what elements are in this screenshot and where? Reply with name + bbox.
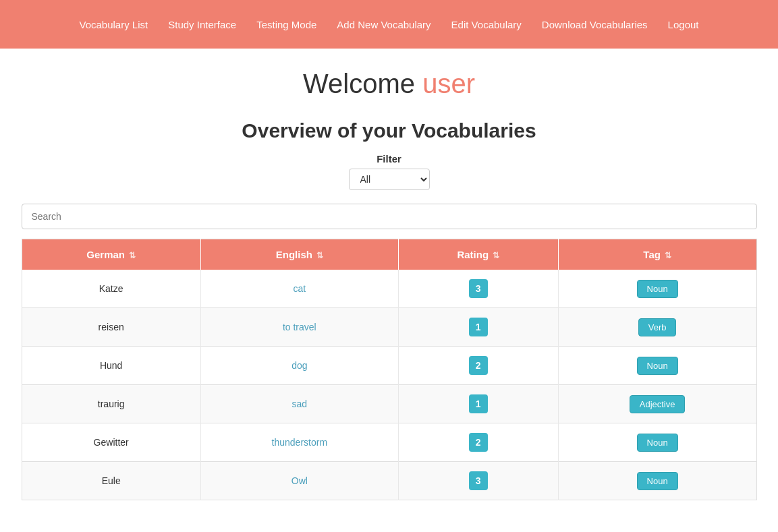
tag-badge[interactable]: Noun xyxy=(637,357,678,375)
table-row: EuleOwl3Noun xyxy=(22,462,756,500)
rating-badge: 2 xyxy=(469,433,488,452)
main-content: Welcome user Overview of your Vocabulari… xyxy=(8,49,771,527)
col-header-tag[interactable]: Tag⇅ xyxy=(558,239,756,270)
cell-tag: Verb xyxy=(558,308,756,347)
cell-german: reisen xyxy=(22,308,200,347)
sort-icon: ⇅ xyxy=(493,251,499,260)
table-body: Katzecat3Nounreisento travel1VerbHunddog… xyxy=(22,270,756,500)
cell-german: Katze xyxy=(22,270,200,308)
main-nav: Vocabulary ListStudy InterfaceTesting Mo… xyxy=(0,0,778,49)
vocabulary-table: German⇅English⇅Rating⇅Tag⇅ Katzecat3Noun… xyxy=(22,239,757,500)
cell-english: dog xyxy=(200,347,398,385)
nav-link-download-vocabularies[interactable]: Download Vocabularies xyxy=(542,19,648,30)
welcome-username: user xyxy=(422,69,475,98)
table-row: Katzecat3Noun xyxy=(22,270,756,308)
cell-german: Hund xyxy=(22,347,200,385)
col-header-german[interactable]: German⇅ xyxy=(22,239,200,270)
search-input[interactable] xyxy=(22,204,757,229)
rating-badge: 1 xyxy=(469,394,488,413)
cell-german: traurig xyxy=(22,385,200,423)
table-header: German⇅English⇅Rating⇅Tag⇅ xyxy=(22,239,756,270)
cell-rating: 2 xyxy=(398,423,558,462)
rating-badge: 2 xyxy=(469,356,488,375)
rating-badge: 3 xyxy=(469,279,488,298)
cell-english: Owl xyxy=(200,462,398,500)
cell-english: cat xyxy=(200,270,398,308)
tag-badge[interactable]: Verb xyxy=(638,318,677,336)
table-row: Gewitterthunderstorm2Noun xyxy=(22,423,756,462)
nav-link-vocabulary-list[interactable]: Vocabulary List xyxy=(79,19,148,30)
cell-tag: Noun xyxy=(558,270,756,308)
filter-select[interactable]: AllNounVerbAdjective xyxy=(349,169,430,190)
col-header-rating[interactable]: Rating⇅ xyxy=(398,239,558,270)
cell-german: Gewitter xyxy=(22,423,200,462)
sort-icon: ⇅ xyxy=(316,251,323,260)
tag-badge[interactable]: Noun xyxy=(637,434,678,452)
cell-tag: Adjective xyxy=(558,385,756,423)
filter-section: Filter AllNounVerbAdjective xyxy=(22,153,757,190)
nav-link-edit-vocabulary[interactable]: Edit Vocabulary xyxy=(451,19,522,30)
nav-link-testing-mode[interactable]: Testing Mode xyxy=(256,19,316,30)
cell-rating: 1 xyxy=(398,385,558,423)
table-row: Hunddog2Noun xyxy=(22,347,756,385)
rating-badge: 1 xyxy=(469,318,488,336)
col-header-english[interactable]: English⇅ xyxy=(200,239,398,270)
tag-badge[interactable]: Noun xyxy=(637,280,678,298)
nav-link-logout[interactable]: Logout xyxy=(668,19,699,30)
sort-icon: ⇅ xyxy=(129,251,136,260)
cell-english: sad xyxy=(200,385,398,423)
nav-link-study-interface[interactable]: Study Interface xyxy=(168,19,236,30)
table-row: traurigsad1Adjective xyxy=(22,385,756,423)
cell-rating: 1 xyxy=(398,308,558,347)
cell-english: thunderstorm xyxy=(200,423,398,462)
nav-link-add-new-vocabulary[interactable]: Add New Vocabulary xyxy=(337,19,430,30)
cell-tag: Noun xyxy=(558,462,756,500)
sort-icon: ⇅ xyxy=(665,251,671,260)
table-row: reisento travel1Verb xyxy=(22,308,756,347)
cell-rating: 3 xyxy=(398,462,558,500)
welcome-heading: Welcome user xyxy=(22,69,757,99)
tag-badge[interactable]: Noun xyxy=(637,472,678,490)
cell-english: to travel xyxy=(200,308,398,347)
overview-title: Overview of your Vocabularies xyxy=(22,119,757,142)
filter-label: Filter xyxy=(22,153,757,165)
welcome-prefix: Welcome xyxy=(303,69,415,98)
tag-badge[interactable]: Adjective xyxy=(630,395,686,413)
cell-german: Eule xyxy=(22,462,200,500)
rating-badge: 3 xyxy=(469,471,488,490)
cell-tag: Noun xyxy=(558,347,756,385)
cell-rating: 2 xyxy=(398,347,558,385)
cell-tag: Noun xyxy=(558,423,756,462)
cell-rating: 3 xyxy=(398,270,558,308)
